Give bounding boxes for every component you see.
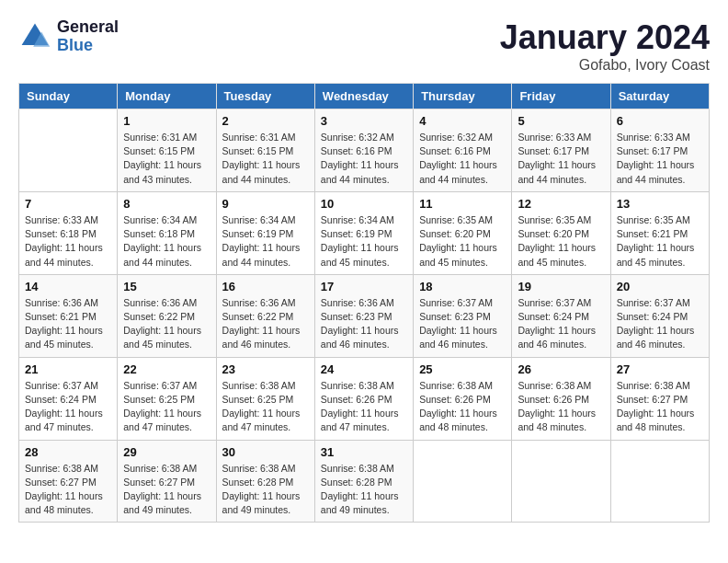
- day-detail: Sunrise: 6:35 AMSunset: 6:20 PMDaylight:…: [518, 213, 604, 270]
- calendar-cell: 23Sunrise: 6:38 AMSunset: 6:25 PMDayligh…: [216, 357, 314, 440]
- day-number: 23: [222, 362, 309, 376]
- day-detail: Sunrise: 6:38 AMSunset: 6:26 PMDaylight:…: [321, 379, 407, 435]
- calendar-cell: 29Sunrise: 6:38 AMSunset: 6:27 PMDayligh…: [118, 440, 216, 523]
- calendar-cell: 10Sunrise: 6:34 AMSunset: 6:19 PMDayligh…: [314, 191, 413, 274]
- day-detail: Sunrise: 6:34 AMSunset: 6:18 PMDaylight:…: [123, 213, 210, 270]
- day-number: 5: [518, 114, 604, 128]
- day-detail: Sunrise: 6:38 AMSunset: 6:28 PMDaylight:…: [222, 462, 309, 518]
- day-number: 10: [321, 197, 407, 211]
- calendar-cell: 13Sunrise: 6:35 AMSunset: 6:21 PMDayligh…: [610, 191, 709, 274]
- day-number: 9: [222, 197, 309, 211]
- day-number: 4: [419, 114, 506, 128]
- day-detail: Sunrise: 6:36 AMSunset: 6:22 PMDaylight:…: [123, 296, 210, 352]
- day-number: 29: [123, 445, 210, 459]
- day-detail: Sunrise: 6:38 AMSunset: 6:26 PMDaylight:…: [518, 379, 604, 435]
- calendar-cell: 30Sunrise: 6:38 AMSunset: 6:28 PMDayligh…: [216, 440, 314, 523]
- calendar-cell: 17Sunrise: 6:36 AMSunset: 6:23 PMDayligh…: [314, 274, 413, 357]
- day-detail: Sunrise: 6:35 AMSunset: 6:20 PMDaylight:…: [419, 213, 506, 270]
- header-wednesday: Wednesday: [314, 84, 413, 109]
- calendar-cell: 12Sunrise: 6:35 AMSunset: 6:20 PMDayligh…: [512, 191, 610, 274]
- day-detail: Sunrise: 6:33 AMSunset: 6:18 PMDaylight:…: [25, 213, 111, 270]
- calendar-cell: 11Sunrise: 6:35 AMSunset: 6:20 PMDayligh…: [414, 191, 512, 274]
- day-detail: Sunrise: 6:36 AMSunset: 6:23 PMDaylight:…: [321, 296, 407, 352]
- day-detail: Sunrise: 6:37 AMSunset: 6:23 PMDaylight:…: [419, 296, 506, 352]
- day-detail: Sunrise: 6:31 AMSunset: 6:15 PMDaylight:…: [222, 131, 309, 187]
- calendar-cell: 18Sunrise: 6:37 AMSunset: 6:23 PMDayligh…: [414, 274, 512, 357]
- page-header: General Blue January 2024 Gofabo, Ivory …: [18, 18, 710, 74]
- calendar-cell: 25Sunrise: 6:38 AMSunset: 6:26 PMDayligh…: [414, 357, 512, 440]
- calendar-cell: [610, 440, 709, 523]
- day-number: 24: [321, 362, 407, 376]
- calendar-cell: 24Sunrise: 6:38 AMSunset: 6:26 PMDayligh…: [314, 357, 413, 440]
- calendar-cell: 28Sunrise: 6:38 AMSunset: 6:27 PMDayligh…: [19, 440, 118, 523]
- day-detail: Sunrise: 6:36 AMSunset: 6:21 PMDaylight:…: [25, 296, 111, 352]
- day-number: 17: [321, 280, 407, 293]
- calendar-cell: 6Sunrise: 6:33 AMSunset: 6:17 PMDaylight…: [610, 109, 709, 192]
- day-detail: Sunrise: 6:32 AMSunset: 6:16 PMDaylight:…: [419, 131, 506, 187]
- day-detail: Sunrise: 6:38 AMSunset: 6:27 PMDaylight:…: [25, 462, 111, 518]
- calendar-cell: 3Sunrise: 6:32 AMSunset: 6:16 PMDaylight…: [314, 109, 413, 192]
- header-sunday: Sunday: [19, 84, 118, 109]
- logo: General Blue: [18, 18, 119, 55]
- calendar-cell: 19Sunrise: 6:37 AMSunset: 6:24 PMDayligh…: [512, 274, 610, 357]
- calendar-week-2: 14Sunrise: 6:36 AMSunset: 6:21 PMDayligh…: [19, 274, 710, 357]
- day-detail: Sunrise: 6:38 AMSunset: 6:27 PMDaylight:…: [123, 462, 210, 518]
- month-title: January 2024: [500, 18, 710, 57]
- header-thursday: Thursday: [414, 84, 512, 109]
- header-monday: Monday: [118, 84, 216, 109]
- calendar-header-row: SundayMondayTuesdayWednesdayThursdayFrid…: [19, 84, 710, 109]
- logo-icon: [18, 20, 51, 53]
- day-number: 28: [25, 445, 111, 459]
- day-number: 1: [123, 114, 210, 128]
- title-block: January 2024 Gofabo, Ivory Coast: [500, 18, 710, 74]
- day-number: 22: [123, 362, 210, 376]
- day-detail: Sunrise: 6:36 AMSunset: 6:22 PMDaylight:…: [222, 296, 309, 352]
- day-number: 16: [222, 280, 309, 293]
- day-number: 26: [518, 362, 604, 376]
- calendar-cell: 1Sunrise: 6:31 AMSunset: 6:15 PMDaylight…: [118, 109, 216, 192]
- day-number: 8: [123, 197, 210, 211]
- location-title: Gofabo, Ivory Coast: [500, 57, 710, 74]
- calendar-cell: 20Sunrise: 6:37 AMSunset: 6:24 PMDayligh…: [610, 274, 709, 357]
- calendar-cell: 8Sunrise: 6:34 AMSunset: 6:18 PMDaylight…: [118, 191, 216, 274]
- calendar-cell: 14Sunrise: 6:36 AMSunset: 6:21 PMDayligh…: [19, 274, 118, 357]
- day-detail: Sunrise: 6:38 AMSunset: 6:27 PMDaylight:…: [617, 379, 703, 435]
- day-number: 14: [25, 280, 111, 293]
- calendar-week-3: 21Sunrise: 6:37 AMSunset: 6:24 PMDayligh…: [19, 357, 710, 440]
- day-number: 18: [419, 280, 506, 293]
- calendar-cell: 9Sunrise: 6:34 AMSunset: 6:19 PMDaylight…: [216, 191, 314, 274]
- calendar-cell: [414, 440, 512, 523]
- header-saturday: Saturday: [610, 84, 709, 109]
- calendar-cell: 21Sunrise: 6:37 AMSunset: 6:24 PMDayligh…: [19, 357, 118, 440]
- calendar-cell: 4Sunrise: 6:32 AMSunset: 6:16 PMDaylight…: [414, 109, 512, 192]
- day-detail: Sunrise: 6:38 AMSunset: 6:28 PMDaylight:…: [321, 462, 407, 518]
- day-number: 27: [617, 362, 703, 376]
- day-detail: Sunrise: 6:38 AMSunset: 6:26 PMDaylight:…: [419, 379, 506, 435]
- calendar-cell: 7Sunrise: 6:33 AMSunset: 6:18 PMDaylight…: [19, 191, 118, 274]
- header-friday: Friday: [512, 84, 610, 109]
- header-tuesday: Tuesday: [216, 84, 314, 109]
- calendar-week-4: 28Sunrise: 6:38 AMSunset: 6:27 PMDayligh…: [19, 440, 710, 523]
- calendar-cell: 16Sunrise: 6:36 AMSunset: 6:22 PMDayligh…: [216, 274, 314, 357]
- day-number: 6: [617, 114, 703, 128]
- calendar-cell: [19, 109, 118, 192]
- day-number: 12: [518, 197, 604, 211]
- day-number: 19: [518, 280, 604, 293]
- day-detail: Sunrise: 6:33 AMSunset: 6:17 PMDaylight:…: [518, 131, 604, 187]
- calendar-cell: [512, 440, 610, 523]
- day-number: 25: [419, 362, 506, 376]
- calendar-cell: 22Sunrise: 6:37 AMSunset: 6:25 PMDayligh…: [118, 357, 216, 440]
- calendar-week-1: 7Sunrise: 6:33 AMSunset: 6:18 PMDaylight…: [19, 191, 710, 274]
- calendar-cell: 2Sunrise: 6:31 AMSunset: 6:15 PMDaylight…: [216, 109, 314, 192]
- day-number: 31: [321, 445, 407, 459]
- day-detail: Sunrise: 6:31 AMSunset: 6:15 PMDaylight:…: [123, 131, 210, 187]
- day-number: 3: [321, 114, 407, 128]
- day-number: 2: [222, 114, 309, 128]
- calendar-cell: 15Sunrise: 6:36 AMSunset: 6:22 PMDayligh…: [118, 274, 216, 357]
- day-number: 7: [25, 197, 111, 211]
- day-number: 21: [25, 362, 111, 376]
- day-detail: Sunrise: 6:37 AMSunset: 6:24 PMDaylight:…: [518, 296, 604, 352]
- logo-line2: Blue: [57, 37, 119, 55]
- calendar-cell: 31Sunrise: 6:38 AMSunset: 6:28 PMDayligh…: [314, 440, 413, 523]
- day-detail: Sunrise: 6:34 AMSunset: 6:19 PMDaylight:…: [321, 213, 407, 270]
